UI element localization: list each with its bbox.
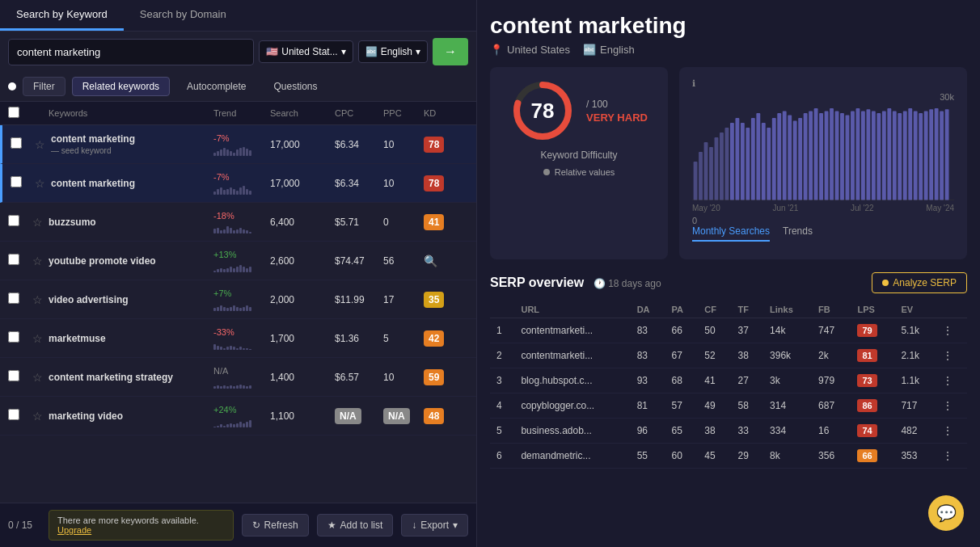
row-star[interactable]: ☆ xyxy=(32,255,49,267)
row-checkbox[interactable] xyxy=(8,254,32,267)
row-star[interactable]: ☆ xyxy=(32,293,49,306)
row-star[interactable]: ☆ xyxy=(32,371,49,384)
questions-tab[interactable]: Questions xyxy=(263,77,327,96)
serp-more-button[interactable]: ⋮ xyxy=(936,318,967,343)
chat-bubble[interactable]: 💬 xyxy=(928,495,964,531)
svg-rect-40 xyxy=(893,112,897,200)
table-row[interactable]: ☆ marketmuse -33% 1,700 $1.36 5 42 xyxy=(0,319,476,358)
header-ppc[interactable]: PPC xyxy=(383,108,424,118)
filter-button[interactable]: Filter xyxy=(23,77,65,96)
row-search: 17,000 xyxy=(270,139,335,150)
add-to-list-button[interactable]: ★ Add to list xyxy=(317,514,394,536)
serp-url[interactable]: blog.hubspot.c... xyxy=(514,368,630,393)
star-icon: ★ xyxy=(327,520,336,531)
row-checkbox[interactable] xyxy=(11,137,35,151)
go-button[interactable]: → xyxy=(433,38,468,65)
serp-table-row[interactable]: 5 business.adob... 96 65 38 33 334 16 74… xyxy=(490,419,967,444)
serp-table-row[interactable]: 2 contentmarketi... 83 67 52 38 396k 2k … xyxy=(490,343,967,368)
serp-table-row[interactable]: 1 contentmarketi... 83 66 50 37 14k 747 … xyxy=(490,318,967,343)
header-search[interactable]: Search xyxy=(270,108,335,118)
autocomplete-tab[interactable]: Autocomplete xyxy=(176,77,256,96)
row-checkbox[interactable] xyxy=(8,331,32,345)
serp-more-button[interactable]: ⋮ xyxy=(936,368,967,393)
refresh-button[interactable]: ↻ Refresh xyxy=(242,514,309,536)
header-checkbox[interactable] xyxy=(8,107,32,120)
svg-rect-21 xyxy=(793,121,797,200)
country-select[interactable]: 🇺🇸 United Stat... ▾ xyxy=(259,40,353,63)
serp-table-row[interactable]: 6 demandmetric... 55 60 45 29 8k 356 66 … xyxy=(490,444,967,469)
serp-title-group: SERP overview 🕐 18 days ago xyxy=(490,276,661,290)
serp-tf: 38 xyxy=(732,343,764,368)
row-star[interactable]: ☆ xyxy=(32,332,49,345)
header-kd[interactable]: KD xyxy=(424,108,468,118)
serp-table-row[interactable]: 3 blog.hubspot.c... 93 68 41 27 3k 979 7… xyxy=(490,368,967,393)
trend-bars xyxy=(213,300,270,311)
table-row[interactable]: ☆ content marketing -7% 17,000 $6.34 10 … xyxy=(0,164,476,203)
analyze-serp-button[interactable]: Analyze SERP xyxy=(872,272,967,293)
serp-more-button[interactable]: ⋮ xyxy=(936,444,967,469)
upgrade-box: There are more keywords available. Upgra… xyxy=(49,510,234,541)
keywords-table: Keywords Trend Search CPC PPC KD ☆ conte… xyxy=(0,102,476,503)
kd-badge: 78 xyxy=(424,175,444,191)
upgrade-link[interactable]: Upgrade xyxy=(57,525,91,535)
svg-rect-16 xyxy=(767,128,771,200)
serp-url[interactable]: copyblogger.co... xyxy=(514,393,630,419)
svg-rect-35 xyxy=(866,109,870,200)
relative-values[interactable]: Relative values xyxy=(543,167,615,177)
export-button[interactable]: ↓ Export ▾ xyxy=(401,514,468,536)
serp-tf: 37 xyxy=(732,318,764,343)
tab-search-by-domain[interactable]: Search by Domain xyxy=(124,0,243,31)
language-select[interactable]: 🔤 English ▾ xyxy=(358,40,428,63)
svg-rect-5 xyxy=(709,147,713,200)
keyword-name: marketing video xyxy=(49,410,213,422)
tab-monthly-searches[interactable]: Monthly Searches xyxy=(692,225,770,242)
tab-search-by-keyword[interactable]: Search by Keyword xyxy=(0,0,124,31)
info-icon: ℹ xyxy=(692,78,695,88)
table-row[interactable]: ☆ youtube promote video +13% 2,600 $74.4… xyxy=(0,242,476,280)
search-input[interactable] xyxy=(8,39,254,65)
trend-value: -33% xyxy=(213,327,270,337)
row-ppc-na: N/A xyxy=(383,410,424,422)
row-keyword-cell: youtube promote video xyxy=(49,255,213,267)
serp-url[interactable]: contentmarketi... xyxy=(514,343,630,368)
table-row[interactable]: ☆ marketing video +24% 1,100 N/A N/A 48 xyxy=(0,397,476,435)
table-row[interactable]: ☆ content marketing — seed keyword -7% 1… xyxy=(0,125,476,164)
serp-url[interactable]: demandmetric... xyxy=(514,444,630,469)
row-star[interactable]: ☆ xyxy=(35,177,51,190)
table-row[interactable]: ☆ content marketing strategy N/A 1,400 $… xyxy=(0,358,476,397)
row-checkbox[interactable] xyxy=(8,215,32,229)
lang-chevron-icon: ▾ xyxy=(416,46,420,57)
header-keywords[interactable]: Keywords xyxy=(49,108,213,118)
row-checkbox[interactable] xyxy=(8,370,32,384)
row-star[interactable]: ☆ xyxy=(32,216,49,229)
serp-url[interactable]: contentmarketi... xyxy=(514,318,630,343)
language-name: English xyxy=(600,44,635,56)
svg-rect-39 xyxy=(887,108,891,200)
kd-badge: 59 xyxy=(424,369,444,385)
trend-bars xyxy=(213,261,270,272)
table-row[interactable]: ☆ buzzsumo -18% 6,400 $5.71 0 41 xyxy=(0,203,476,242)
row-checkbox[interactable] xyxy=(11,176,35,190)
row-checkbox[interactable] xyxy=(8,409,32,423)
chart-x-label-2: Jun '21 xyxy=(772,204,798,212)
row-checkbox[interactable] xyxy=(8,292,32,306)
kd-badge: 78 xyxy=(424,137,444,153)
svg-rect-24 xyxy=(809,112,813,200)
row-star[interactable]: ☆ xyxy=(35,138,51,151)
serp-more-button[interactable]: ⋮ xyxy=(936,393,967,419)
row-ppc: 17 xyxy=(383,294,424,305)
trend-bars xyxy=(213,339,270,350)
serp-more-button[interactable]: ⋮ xyxy=(936,419,967,444)
keyword-name: content marketing xyxy=(51,133,213,145)
header-trend[interactable]: Trend xyxy=(213,108,270,118)
row-star[interactable]: ☆ xyxy=(32,410,49,423)
export-label: Export xyxy=(420,520,449,531)
serp-url[interactable]: business.adob... xyxy=(514,419,630,444)
svg-rect-2 xyxy=(694,162,698,200)
serp-table-row[interactable]: 4 copyblogger.co... 81 57 49 58 314 687 … xyxy=(490,393,967,419)
header-cpc[interactable]: CPC xyxy=(335,108,383,118)
tab-trends[interactable]: Trends xyxy=(783,225,813,242)
table-row[interactable]: ☆ video advertising +7% 2,000 $11.99 17 … xyxy=(0,280,476,319)
serp-more-button[interactable]: ⋮ xyxy=(936,343,967,368)
related-keywords-tab[interactable]: Related keywords xyxy=(72,77,170,96)
